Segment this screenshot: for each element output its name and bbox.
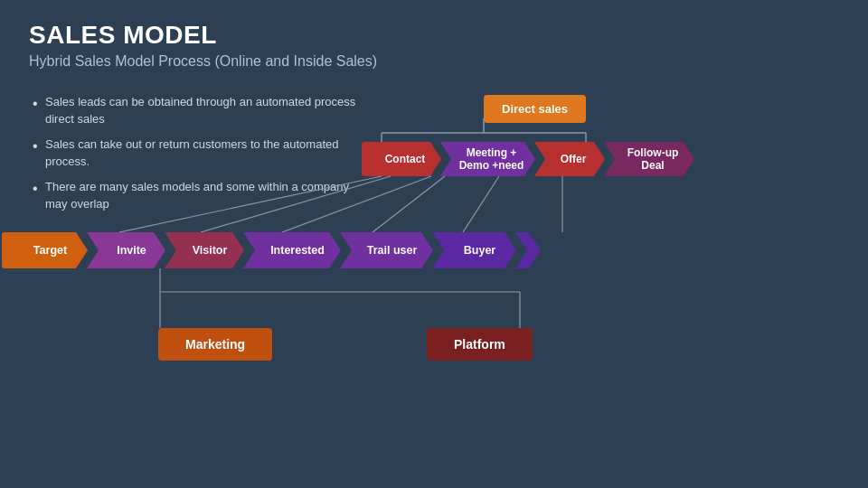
svg-line-9 <box>463 176 499 232</box>
platform-label: Platform <box>427 328 533 361</box>
bullet-list: Sales leads can be obtained through an a… <box>29 93 373 213</box>
subtitle: Hybrid Sales Model Process (Online and I… <box>29 53 839 70</box>
marketing-label: Marketing <box>158 328 272 361</box>
bot-arrow-tail <box>515 232 541 268</box>
top-flow: Contact Meeting +Demo +need Offer Follow… <box>362 142 693 176</box>
bullet-1: Sales leads can be obtained through an a… <box>29 93 373 128</box>
bot-label-buyer: Buyer <box>464 244 495 257</box>
marketing-box: Marketing <box>158 328 272 361</box>
bot-arrow-invite: Invite <box>87 232 165 268</box>
bot-arrow-trail: Trail user <box>340 232 433 268</box>
top-label-meeting: Meeting +Demo +need <box>459 146 524 173</box>
title: SALES MODEL <box>29 22 839 50</box>
bot-arrow-visitor: Visitor <box>165 232 244 268</box>
bot-label-trail: Trail user <box>367 244 418 257</box>
top-arrow-offer: Offer <box>534 142 605 176</box>
top-label-offer: Offer <box>561 153 587 165</box>
platform-box: Platform <box>427 328 533 361</box>
bot-arrow-target: Target <box>2 232 88 268</box>
bot-arrow-buyer: Buyer <box>432 232 516 268</box>
bullet-2: Sales can take out or return customers t… <box>29 136 373 171</box>
bot-label-target: Target <box>33 244 67 257</box>
direct-sales-box: Direct sales <box>484 95 586 123</box>
top-label-followup: Follow-upDeal <box>627 146 679 173</box>
bot-label-interested: Interested <box>270 244 325 257</box>
top-label-contact: Contact <box>385 153 426 165</box>
top-arrow-meeting: Meeting +Demo +need <box>440 142 535 176</box>
direct-sales-label: Direct sales <box>484 95 586 123</box>
diagram-container: Direct sales Contact Meeting +Demo +need… <box>353 95 845 411</box>
bottom-flow: Target Invite Visitor Interested <box>2 232 540 268</box>
svg-line-8 <box>373 176 445 232</box>
left-panel: Sales leads can be obtained through an a… <box>29 84 373 221</box>
bot-arrow-interested: Interested <box>243 232 341 268</box>
bot-label-invite: Invite <box>117 244 146 257</box>
bullet-3: There are many sales models and some wit… <box>29 178 373 213</box>
slide: SALES MODEL Hybrid Sales Model Process (… <box>0 0 868 488</box>
top-arrow-followup: Follow-upDeal <box>604 142 694 176</box>
top-arrow-contact: Contact <box>362 142 441 176</box>
bot-label-visitor: Visitor <box>193 244 228 257</box>
